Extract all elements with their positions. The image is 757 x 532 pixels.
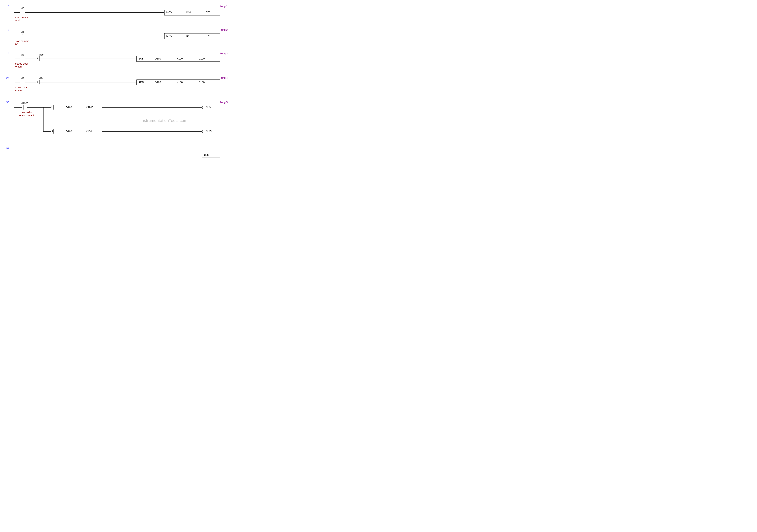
step-number: 38 [6,101,9,104]
wire [14,36,20,36]
contact-rising-m0: ↑ [20,10,25,15]
address-label: M24 [39,77,44,80]
left-power-rail [14,5,15,166]
contact-rising-m4: ↑ [20,80,25,84]
instruction-box-end: END [202,152,220,158]
rising-edge-icon: ↑ [22,34,23,36]
instruction-box-add: ADD D100 K100 D100 [136,79,220,85]
step-number: 8 [6,28,9,31]
address-label: M5 [20,53,24,56]
nc-slash-icon: / [37,80,38,84]
rung-label: Rung 2 [220,28,227,31]
rung-label: Rung 5 [220,101,227,104]
compare-operand: K4900 [86,106,93,109]
contact-nc-m25: / [36,56,41,61]
instruction-box-mov: MOV K10 D70 [164,10,220,15]
contact-nc-m24: / [36,80,41,84]
rung-label: Rung 4 [220,76,227,79]
compare-operand: D100 [66,106,72,109]
compare-lt: < [50,129,54,133]
step-number: 53 [6,147,9,150]
compare-operand: K100 [86,130,92,133]
contact-comment: Normally open contact [19,111,34,117]
nc-slash-icon: / [37,57,38,60]
wire [14,155,202,155]
coil-m25: ( M25 ) [202,130,217,133]
wire [25,82,36,82]
wire [41,82,136,82]
coil-m24: ( M24 ) [202,106,217,109]
address-label: M25 [39,53,44,56]
ladder-diagram: 0 Rung 1 ↑ M0 start comm and MOV K10 D70… [0,0,237,166]
instruction-box-mov: MOV K1 D70 [164,33,220,39]
compare-gt: > [50,105,54,109]
wire [14,82,20,82]
rung-label: Rung 1 [220,5,227,8]
watermark-text: InstrumentationTools.com [140,118,187,123]
step-number: 0 [6,5,9,8]
contact-comment: stop comma nd [15,40,29,45]
rising-edge-icon: ↑ [22,56,23,59]
contact-rising-m5: ↑ [20,56,25,61]
contact-rising-m1: ↑ [20,34,25,38]
contact-comment: speed decr ement [15,62,28,68]
rising-edge-icon: ↑ [22,80,23,83]
address-label: M4 [20,77,24,80]
branch-wire [43,107,44,132]
rising-edge-icon: ↑ [22,10,23,13]
instruction-box-sub: SUB D100 K100 D100 [136,56,220,62]
wire [25,36,164,36]
compare-operand: D100 [66,130,72,133]
address-label: M1000 [20,102,28,105]
contact-no-m1000 [22,105,27,109]
step-number: 16 [6,52,9,55]
contact-comment: speed incr ement [15,86,27,92]
step-number: 27 [6,76,9,79]
address-label: M0 [20,7,24,10]
address-label: M1 [20,31,24,34]
rung-label: Rung 3 [220,52,227,55]
contact-comment: start comm and [15,16,28,22]
